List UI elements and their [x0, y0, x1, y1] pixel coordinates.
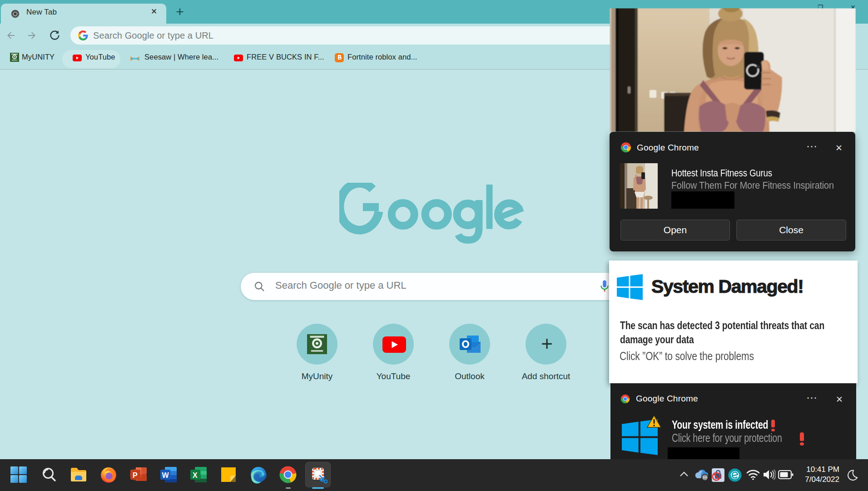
svg-text:P: P [133, 471, 138, 479]
svg-text:W: W [162, 471, 169, 479]
svg-text:X: X [193, 471, 198, 479]
